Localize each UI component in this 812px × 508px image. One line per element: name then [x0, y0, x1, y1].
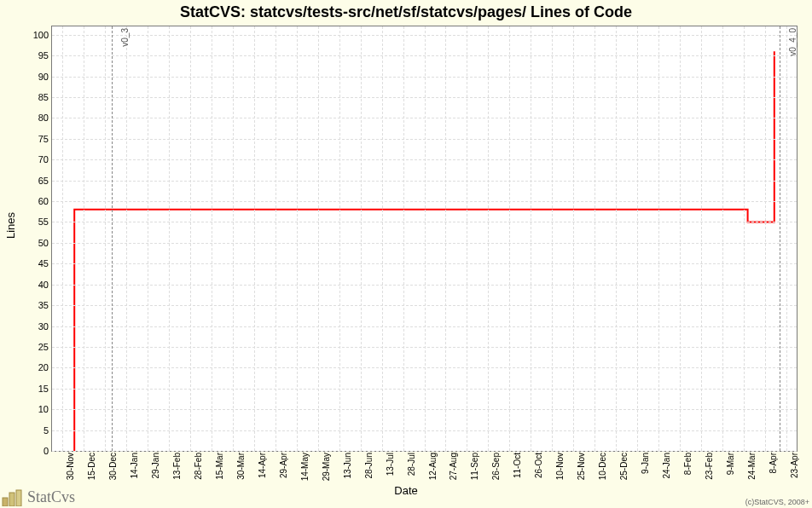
- svg-rect-2: [16, 490, 21, 506]
- x-gridline: [445, 26, 446, 451]
- y-tick-label: 70: [38, 154, 49, 165]
- x-gridline: [467, 26, 467, 451]
- version-marker-label: v0_4_0: [788, 28, 798, 56]
- footer-logo-text: StatCvs: [27, 488, 75, 506]
- x-axis-label: Date: [0, 484, 812, 497]
- x-gridline: [233, 26, 234, 451]
- x-tick-label: 28-Jun: [364, 453, 374, 479]
- x-tick-label: 10-Dec: [598, 453, 607, 480]
- y-tick-label: 25: [38, 342, 49, 352]
- y-tick-label: 5: [44, 425, 49, 436]
- x-tick-label: 13-Jul: [386, 453, 395, 476]
- x-gridline: [594, 26, 595, 451]
- x-tick-label: 26-Oct: [534, 453, 543, 478]
- copyright-text: (c)StatCVS, 2008+: [745, 498, 809, 506]
- x-gridline: [680, 26, 681, 451]
- y-tick-label: 55: [38, 216, 49, 227]
- y-tick-label: 75: [38, 134, 49, 144]
- x-gridline: [126, 26, 127, 451]
- y-tick-label: 90: [38, 72, 49, 82]
- x-tick-label: 28-Jul: [407, 453, 416, 476]
- x-tick-label: 9-Jan: [641, 453, 650, 474]
- y-tick-label: 20: [38, 362, 49, 372]
- x-gridline: [276, 26, 276, 451]
- footer-logo: StatCvs: [2, 488, 75, 506]
- x-gridline: [62, 26, 63, 451]
- x-tick-label: 11-Oct: [513, 453, 522, 478]
- y-tick-label: 10: [38, 404, 49, 414]
- x-gridline: [701, 26, 702, 451]
- x-gridline: [744, 26, 745, 451]
- x-gridline: [765, 26, 766, 451]
- x-tick-label: 25-Dec: [619, 453, 629, 480]
- svg-rect-1: [9, 493, 14, 506]
- x-gridline: [148, 26, 148, 451]
- y-tick-label: 35: [38, 300, 49, 310]
- x-gridline: [212, 26, 212, 451]
- x-tick-label: 30-Mar: [236, 453, 246, 480]
- x-gridline: [722, 26, 723, 451]
- y-tick-label: 95: [38, 50, 49, 61]
- version-marker-label: v0_3: [120, 28, 130, 47]
- x-tick-label: 26-Sep: [491, 453, 501, 480]
- y-tick-label: 50: [38, 238, 49, 248]
- x-tick-label: 13-Feb: [172, 453, 182, 480]
- x-tick-label: 8-Feb: [683, 453, 693, 475]
- x-tick-label: 11-Sep: [470, 453, 479, 480]
- x-gridline: [297, 26, 298, 451]
- plot-area: 0510152025303540455055606570758085909510…: [51, 26, 798, 452]
- x-gridline: [339, 26, 340, 451]
- y-tick-label: 45: [38, 258, 49, 268]
- x-tick-label: 10-Nov: [555, 453, 565, 480]
- x-tick-label: 27-Aug: [449, 453, 458, 480]
- x-tick-label: 12-Aug: [428, 453, 438, 480]
- x-gridline: [425, 26, 426, 451]
- version-marker-line: [112, 26, 113, 451]
- x-tick-label: 23-Apr: [790, 453, 799, 478]
- x-gridline: [318, 26, 319, 451]
- x-gridline: [403, 26, 404, 451]
- x-gridline: [190, 26, 191, 451]
- y-tick-label: 0: [44, 446, 49, 456]
- x-gridline: [509, 26, 510, 451]
- svg-rect-0: [3, 498, 8, 506]
- x-tick-label: 14-Apr: [258, 453, 267, 478]
- x-gridline: [488, 26, 489, 451]
- x-tick-label: 8-Apr: [768, 453, 778, 473]
- y-tick-label: 15: [38, 384, 49, 394]
- x-gridline: [254, 26, 255, 451]
- x-tick-label: 29-Apr: [279, 453, 288, 478]
- x-tick-label: 24-Mar: [747, 453, 757, 480]
- x-tick-label: 30-Dec: [108, 453, 118, 480]
- x-gridline: [382, 26, 383, 451]
- x-tick-label: 15-Dec: [87, 453, 96, 480]
- chart-title: StatCVS: statcvs/tests-src/net/sf/statcv…: [0, 0, 812, 21]
- y-tick-label: 40: [38, 280, 49, 290]
- y-tick-label: 60: [38, 196, 49, 206]
- y-tick-label: 30: [38, 321, 49, 332]
- x-gridline: [105, 26, 106, 451]
- x-tick-label: 13-Jun: [343, 453, 352, 479]
- x-tick-label: 29-May: [322, 453, 331, 481]
- x-tick-label: 25-Nov: [577, 453, 586, 480]
- x-gridline: [786, 26, 787, 451]
- y-tick-label: 80: [38, 113, 49, 123]
- x-gridline: [552, 26, 553, 451]
- x-tick-label: 23-Feb: [705, 453, 714, 480]
- x-gridline: [84, 26, 84, 451]
- y-tick-label: 65: [38, 176, 49, 186]
- x-tick-label: 14-May: [300, 453, 310, 481]
- x-tick-label: 29-Jan: [151, 453, 160, 479]
- y-tick-label: 85: [38, 92, 49, 102]
- x-tick-label: 24-Jan: [662, 453, 671, 479]
- x-gridline: [531, 26, 531, 451]
- y-gridline: [52, 451, 797, 452]
- x-gridline: [637, 26, 638, 451]
- x-tick-label: 28-Feb: [194, 453, 203, 480]
- x-tick-label: 14-Jan: [130, 453, 139, 479]
- x-gridline: [361, 26, 362, 451]
- x-gridline: [169, 26, 170, 451]
- x-tick-label: 30-Nov: [66, 453, 75, 480]
- x-tick-label: 15-Mar: [215, 453, 224, 480]
- x-gridline: [616, 26, 617, 451]
